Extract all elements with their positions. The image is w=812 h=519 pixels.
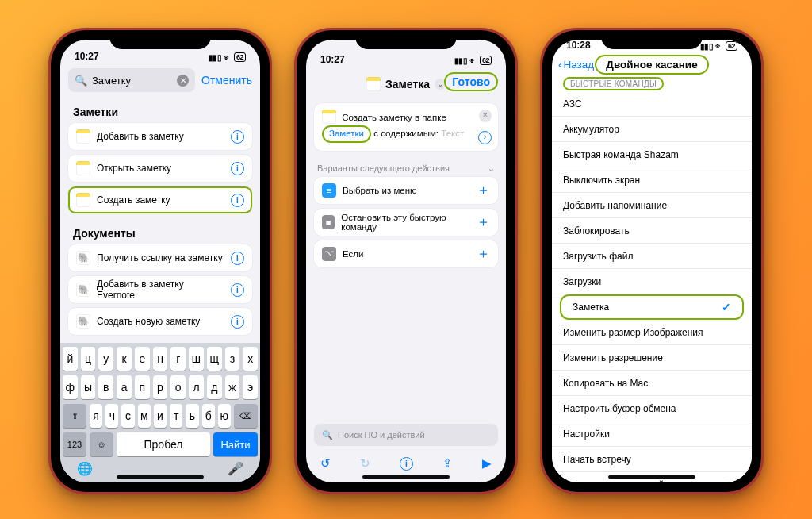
suggested-action[interactable]: ≡Выбрать из меню＋ xyxy=(314,177,498,204)
key[interactable]: с xyxy=(121,404,134,428)
shortcut-item[interactable]: Настроить буфер обмена xyxy=(552,396,752,421)
key[interactable]: щ xyxy=(207,347,222,371)
suggested-action[interactable]: ■Остановить эту быструю команду＋ xyxy=(314,209,498,236)
shortcut-item[interactable]: Изменить размер Изображения xyxy=(552,320,752,345)
shift-key[interactable]: ⇧ xyxy=(63,404,86,428)
key[interactable]: н xyxy=(153,347,168,371)
shortcut-item[interactable]: Настройки xyxy=(552,421,752,447)
shortcut-item[interactable]: Добавить напоминание xyxy=(552,193,752,218)
info-icon[interactable]: i xyxy=(231,130,244,144)
key[interactable]: я xyxy=(90,404,102,428)
key[interactable]: ф xyxy=(63,375,78,399)
status-time: 10:27 xyxy=(75,51,99,62)
row-label: Открыть заметку xyxy=(97,163,224,174)
key[interactable]: к xyxy=(117,347,132,371)
key[interactable]: э xyxy=(243,375,258,399)
item-label: Изменить размер Изображения xyxy=(563,327,703,338)
shortcut-item[interactable]: Аккумулятор xyxy=(552,117,752,142)
key[interactable]: й xyxy=(63,347,78,371)
battery-icon: 62 xyxy=(234,52,246,62)
shortcut-item[interactable]: Изменить разрешение xyxy=(552,345,752,371)
key[interactable]: ц xyxy=(81,347,96,371)
key[interactable]: ы xyxy=(81,375,96,399)
key[interactable]: р xyxy=(153,375,168,399)
shortcut-item[interactable]: Загрузить файл xyxy=(552,244,752,269)
key[interactable]: п xyxy=(135,375,150,399)
remove-action-icon[interactable]: ✕ xyxy=(479,110,492,122)
back-button[interactable]: ‹Назад xyxy=(558,59,594,71)
key[interactable]: т xyxy=(170,404,182,428)
add-action-icon[interactable]: ＋ xyxy=(477,213,490,231)
info-icon[interactable]: i xyxy=(231,194,244,207)
action-row[interactable]: Добавить в заметкуi xyxy=(68,123,252,150)
show-more-icon[interactable]: › xyxy=(478,131,492,144)
details-icon[interactable]: i xyxy=(400,457,413,471)
shortcut-item[interactable]: Заблокировать xyxy=(552,218,752,244)
key[interactable]: ь xyxy=(186,404,198,428)
action-row[interactable]: Открыть заметкуi xyxy=(68,155,252,182)
content-placeholder[interactable]: Текст xyxy=(441,129,464,138)
shortcut-item[interactable]: Быстрая команда Shazam xyxy=(552,142,752,167)
key[interactable]: ч xyxy=(105,404,118,428)
emoji-key[interactable]: ☺ xyxy=(90,432,113,456)
action-row[interactable]: Создать заметкуi xyxy=(68,186,252,213)
info-icon[interactable]: i xyxy=(231,162,244,175)
action-row[interactable]: 🐘Добавить в заметку Evernotei xyxy=(68,276,252,303)
space-key[interactable]: Пробел xyxy=(117,432,210,456)
key[interactable]: б xyxy=(202,404,215,428)
key[interactable]: ю xyxy=(218,404,231,428)
action-icon: ≡ xyxy=(322,183,336,198)
add-action-icon[interactable]: ＋ xyxy=(477,181,490,199)
action-row[interactable]: 🐘Получить ссылку на заметкуi xyxy=(68,244,252,271)
shortcut-item[interactable]: Загрузки xyxy=(552,269,752,294)
mic-icon[interactable]: 🎤 xyxy=(228,461,243,476)
search-input[interactable]: 🔍 Заметку ✕ xyxy=(68,68,195,92)
backspace-key[interactable]: ⌫ xyxy=(234,404,258,428)
action-row[interactable]: 🐘Создать новую заметкуi xyxy=(68,308,252,335)
status-time: 10:27 xyxy=(320,54,345,65)
run-icon[interactable]: ▶ xyxy=(482,456,492,471)
key[interactable]: у xyxy=(98,347,113,371)
key[interactable]: о xyxy=(170,375,186,399)
key[interactable]: а xyxy=(117,375,132,399)
shortcut-item[interactable]: Копировать на Mac xyxy=(552,371,752,396)
key[interactable]: в xyxy=(98,375,113,399)
key[interactable]: д xyxy=(207,375,222,399)
shortcut-item[interactable]: Начать встречу xyxy=(552,447,752,472)
key[interactable]: и xyxy=(154,404,167,428)
clear-icon[interactable]: ✕ xyxy=(177,75,189,86)
key[interactable]: з xyxy=(225,347,240,371)
info-icon[interactable]: i xyxy=(231,283,244,297)
globe-icon[interactable]: 🌐 xyxy=(77,461,93,476)
key[interactable]: м xyxy=(138,404,151,428)
phone-2: 10:27 ▮▮▯ᯤ62 Заметка ⌄ Готово ✕ Создать … xyxy=(294,28,518,494)
next-action-header[interactable]: Варианты следующего действия ⌄ xyxy=(306,156,506,177)
key[interactable]: х xyxy=(243,347,258,371)
info-icon[interactable]: i xyxy=(231,252,244,265)
add-action-icon[interactable]: ＋ xyxy=(477,244,490,263)
redo-icon[interactable]: ↻ xyxy=(360,456,370,471)
done-button[interactable]: Готово xyxy=(444,72,498,91)
shortcut-item[interactable]: Выключить экран xyxy=(552,167,752,193)
folder-token[interactable]: Заметки xyxy=(322,125,371,143)
actions-search[interactable]: 🔍 Поиск ПО и действий xyxy=(314,424,498,446)
key[interactable]: ш xyxy=(189,347,204,371)
shortcut-item[interactable]: АЗС xyxy=(552,91,752,117)
suggested-action[interactable]: ⌥Если＋ xyxy=(314,240,498,267)
share-icon[interactable]: ⇪ xyxy=(442,456,453,471)
item-label: Настроить буфер обмена xyxy=(563,403,676,414)
find-key[interactable]: Найти xyxy=(213,432,258,456)
key[interactable]: л xyxy=(189,375,204,399)
info-icon[interactable]: i xyxy=(231,315,244,329)
numeric-key[interactable]: 123 xyxy=(63,432,86,456)
undo-icon[interactable]: ↺ xyxy=(320,456,331,471)
cancel-button[interactable]: Отменить xyxy=(201,74,252,86)
status-indicators: ▮▮▯ ᯤ 62 xyxy=(209,52,246,62)
item-label: Добавить напоминание xyxy=(563,200,667,211)
key[interactable]: г xyxy=(170,347,186,371)
action-card[interactable]: ✕ Создать заметку в папке Заметки с соде… xyxy=(314,103,498,151)
key[interactable]: е xyxy=(135,347,150,371)
shortcut-item[interactable]: Заметка✓ xyxy=(560,294,744,320)
key[interactable]: ж xyxy=(225,375,240,399)
keyboard[interactable]: йцукенгшщзх фывапролджэ ⇧ячсмитьбю⌫ 123 … xyxy=(60,343,260,482)
